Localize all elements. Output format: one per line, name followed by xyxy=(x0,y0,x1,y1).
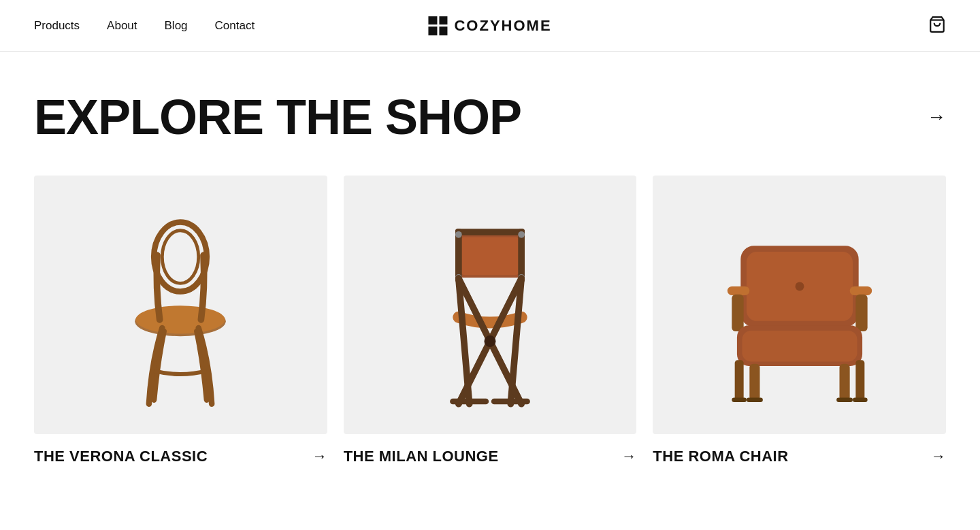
svg-rect-18 xyxy=(727,286,749,295)
nav-about[interactable]: About xyxy=(107,19,137,33)
product-name-milan: THE MILAN LOUNGE xyxy=(344,448,499,465)
svg-rect-26 xyxy=(734,360,743,401)
section-header: EXPLORE THE SHOP → xyxy=(34,93,946,142)
svg-rect-27 xyxy=(855,360,864,401)
product-card-milan: THE MILAN LOUNGE → xyxy=(344,176,637,465)
svg-rect-23 xyxy=(742,331,857,362)
svg-point-11 xyxy=(518,231,525,238)
svg-point-4 xyxy=(163,231,199,284)
svg-rect-9 xyxy=(455,229,525,235)
svg-rect-24 xyxy=(749,364,760,401)
svg-rect-28 xyxy=(747,398,763,403)
svg-point-14 xyxy=(484,335,495,347)
svg-point-10 xyxy=(455,231,462,238)
product-card-verona: THE VERONA CLASSIC → xyxy=(34,176,327,465)
logo-icon xyxy=(428,16,447,35)
svg-rect-6 xyxy=(461,237,519,275)
main-nav: Products About Blog Contact xyxy=(34,19,255,33)
explore-arrow[interactable]: → xyxy=(927,106,946,128)
product-arrow-milan[interactable]: → xyxy=(621,448,636,465)
product-image-milan[interactable] xyxy=(344,176,637,434)
product-info-roma: THE ROMA CHAIR → xyxy=(653,448,946,465)
nav-products[interactable]: Products xyxy=(34,19,80,33)
product-card-roma: THE ROMA CHAIR → xyxy=(653,176,946,465)
product-image-roma[interactable] xyxy=(653,176,946,434)
svg-rect-31 xyxy=(853,398,868,403)
product-info-verona: THE VERONA CLASSIC → xyxy=(34,448,327,465)
svg-point-2 xyxy=(136,305,225,333)
product-arrow-roma[interactable]: → xyxy=(931,448,946,465)
svg-rect-21 xyxy=(855,295,867,331)
nav-blog[interactable]: Blog xyxy=(165,19,188,33)
svg-rect-20 xyxy=(732,295,743,331)
site-logo[interactable]: COZYHOME xyxy=(428,16,551,35)
svg-point-17 xyxy=(795,282,804,291)
nav-contact[interactable]: Contact xyxy=(215,19,255,33)
cart-button[interactable] xyxy=(928,16,946,36)
section-title: EXPLORE THE SHOP xyxy=(34,93,521,142)
svg-rect-30 xyxy=(732,398,747,403)
product-image-verona[interactable] xyxy=(34,176,327,434)
product-name-roma: THE ROMA CHAIR xyxy=(653,448,788,465)
logo-text: COZYHOME xyxy=(454,17,551,35)
site-header: Products About Blog Contact COZYHOME xyxy=(0,0,980,52)
svg-rect-29 xyxy=(836,398,853,403)
svg-rect-19 xyxy=(849,286,872,295)
product-arrow-verona[interactable]: → xyxy=(312,448,327,465)
main-content: EXPLORE THE SHOP → xyxy=(0,52,980,506)
product-info-milan: THE MILAN LOUNGE → xyxy=(344,448,637,465)
svg-rect-25 xyxy=(839,364,849,401)
product-name-verona: THE VERONA CLASSIC xyxy=(34,448,208,465)
products-grid: THE VERONA CLASSIC → xyxy=(34,176,946,465)
